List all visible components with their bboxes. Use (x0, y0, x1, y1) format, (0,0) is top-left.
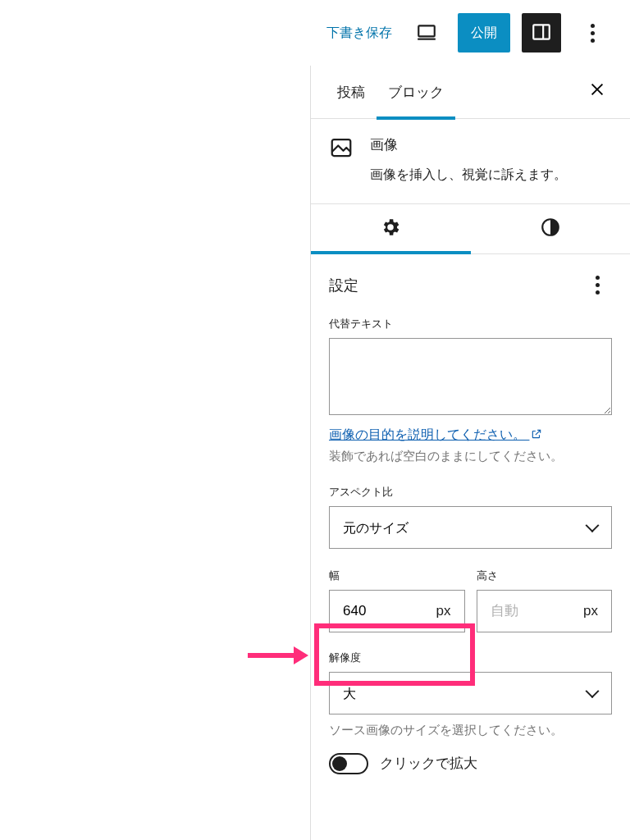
svg-rect-0 (418, 25, 435, 36)
alt-text-help-link[interactable]: 画像の目的を説明してください。 (329, 427, 542, 441)
settings-subtabs (311, 204, 630, 254)
sidebar-panel: 投稿 ブロック 画像 画像を挿入し、視覚に訴えます。 (310, 66, 630, 840)
more-vertical-icon (591, 24, 595, 43)
gear-icon (380, 217, 401, 240)
block-info: 画像 画像を挿入し、視覚に訴えます。 (311, 119, 630, 204)
resolution-label: 解像度 (329, 651, 612, 665)
height-label: 高さ (477, 568, 613, 583)
block-title: 画像 (370, 135, 567, 154)
settings-section: 設定 代替テキスト 画像の目的を説明してください。 装飾であれば空白のままにして… (311, 254, 630, 791)
alt-text-help: 装飾であれば空白のままにしてください。 (329, 447, 612, 466)
block-description: 画像を挿入し、視覚に訴えます。 (370, 164, 567, 185)
aspect-ratio-select[interactable]: 元のサイズ (329, 506, 612, 549)
desktop-icon (416, 21, 437, 45)
width-label: 幅 (329, 568, 465, 583)
aspect-ratio-label: アスペクト比 (329, 485, 612, 500)
editor-topbar: 下書き保存 公開 (0, 0, 630, 66)
width-input-wrap: px (329, 590, 465, 632)
subtab-styles[interactable] (471, 204, 631, 253)
more-vertical-icon (596, 276, 600, 294)
settings-more-button[interactable] (582, 271, 612, 300)
sidebar-tabs: 投稿 ブロック (311, 66, 630, 119)
tab-block[interactable]: ブロック (377, 66, 455, 119)
svg-rect-2 (533, 25, 550, 39)
publish-button[interactable]: 公開 (458, 13, 510, 52)
close-icon (588, 80, 606, 103)
tab-post[interactable]: 投稿 (326, 66, 377, 119)
resolution-select[interactable]: 大 (329, 672, 612, 714)
width-input[interactable] (343, 603, 436, 619)
alt-text-label: 代替テキスト (329, 317, 612, 331)
click-zoom-toggle[interactable] (329, 753, 368, 774)
external-link-icon (529, 427, 542, 441)
image-block-icon (329, 135, 354, 160)
close-sidebar-button[interactable] (579, 74, 615, 110)
click-zoom-label: クリックで拡大 (380, 754, 477, 773)
sidebar-icon (531, 21, 552, 45)
more-options-button[interactable] (573, 13, 612, 52)
height-input[interactable] (491, 603, 584, 619)
settings-heading: 設定 (329, 276, 358, 295)
save-draft-button[interactable]: 下書き保存 (323, 18, 395, 48)
height-unit: px (583, 603, 598, 619)
annotation-arrow (248, 646, 308, 664)
width-unit: px (436, 603, 451, 619)
contrast-icon (540, 217, 561, 240)
alt-text-input[interactable] (329, 338, 612, 415)
resolution-help: ソース画像のサイズを選択してください。 (329, 721, 612, 740)
preview-button[interactable] (407, 13, 446, 52)
subtab-settings[interactable] (311, 204, 471, 253)
height-input-wrap: px (477, 590, 613, 632)
sidebar-toggle-button[interactable] (522, 13, 561, 52)
